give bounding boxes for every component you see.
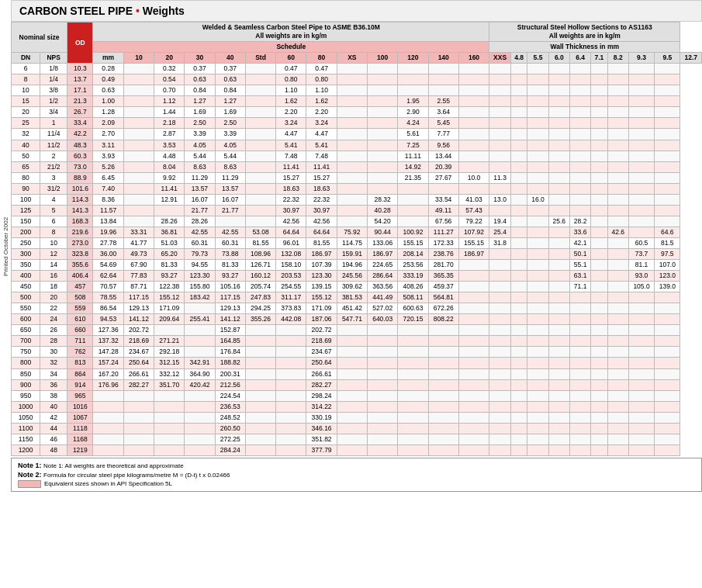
side-label: Printed October 2002 <box>0 0 11 493</box>
cell-w64 <box>548 237 569 248</box>
cell-s120 <box>368 96 398 107</box>
cell-w55 <box>511 434 527 444</box>
cell-s160: 7.77 <box>428 129 458 140</box>
cell-s160: 33.54 <box>428 194 458 205</box>
cell-s30 <box>154 390 185 401</box>
table-row: 6002461094.53141.12209.64255.41141.12355… <box>12 314 702 325</box>
cell-w127 <box>655 107 680 118</box>
cell-od: 1168 <box>67 434 93 444</box>
cell-w82 <box>591 379 607 390</box>
cell-w60 <box>527 314 548 325</box>
cell-s100: 547.71 <box>337 314 367 325</box>
cell-w64 <box>548 260 569 271</box>
cell-w127: 107.0 <box>655 260 680 271</box>
header-s120: 120 <box>398 53 428 64</box>
cell-s20 <box>123 205 154 216</box>
cell-w95 <box>628 140 654 150</box>
cell-w127 <box>655 64 680 74</box>
cell-s30 <box>154 401 185 412</box>
cell-w82 <box>591 107 607 118</box>
cell-s100 <box>337 194 367 205</box>
cell-s160: 281.70 <box>428 260 458 271</box>
cell-s40: 28.26 <box>185 216 215 227</box>
cell-s80: 11.41 <box>276 161 306 172</box>
cell-s100 <box>337 325 367 336</box>
cell-nps: 8 <box>40 227 67 237</box>
cell-dn: 1100 <box>12 423 40 434</box>
cell-s30: 1.44 <box>154 107 185 118</box>
cell-w48 <box>489 358 511 368</box>
cell-s160 <box>428 444 458 455</box>
cell-w95 <box>628 64 654 74</box>
cell-nps: 36 <box>40 379 67 390</box>
cell-s20 <box>123 172 154 183</box>
cell-xs: 266.61 <box>306 368 337 379</box>
cell-s120 <box>368 107 398 118</box>
cell-nps: 11/2 <box>40 140 67 150</box>
cell-s20: 250.64 <box>123 358 154 368</box>
cell-od: 60.3 <box>67 150 93 161</box>
cell-s120: 363.56 <box>368 282 398 292</box>
cell-w93 <box>607 64 628 74</box>
cell-w71 <box>569 85 590 96</box>
cell-s100: 309.62 <box>337 282 367 292</box>
cell-s160 <box>428 325 458 336</box>
cell-dn: 1200 <box>12 444 40 455</box>
cell-w48 <box>489 325 511 336</box>
cell-dn: 500 <box>12 292 40 303</box>
cell-s10: 13.84 <box>93 216 123 227</box>
cell-s140 <box>398 390 428 401</box>
cell-w64 <box>548 140 569 150</box>
cell-dn: 300 <box>12 248 40 259</box>
cell-w93 <box>607 368 628 379</box>
cell-std: 141.12 <box>215 314 245 325</box>
cell-nps: 48 <box>40 444 67 455</box>
cell-w93 <box>607 183 628 194</box>
table-row: 81/413.70.490.540.630.630.800.80 <box>12 74 702 85</box>
cell-s40: 0.84 <box>185 85 215 96</box>
cell-s140: 2.90 <box>398 107 428 118</box>
cell-s140 <box>398 325 428 336</box>
cell-s60: 355.26 <box>245 314 275 325</box>
cell-s100 <box>337 107 367 118</box>
cell-xs: 5.41 <box>306 140 337 150</box>
cell-w48: 19.4 <box>489 216 511 227</box>
cell-std: 164.85 <box>215 336 245 347</box>
cell-s100 <box>337 434 367 444</box>
cell-s160: 49.11 <box>428 205 458 216</box>
cell-s140 <box>398 205 428 216</box>
header-s10: 10 <box>123 53 154 64</box>
cell-s160 <box>428 423 458 434</box>
cell-w93 <box>607 282 628 292</box>
cell-s100 <box>337 216 367 227</box>
cell-w60 <box>527 444 548 455</box>
cell-w55 <box>511 205 527 216</box>
header-s140: 140 <box>428 53 458 64</box>
cell-s10 <box>93 390 123 401</box>
cell-w82 <box>591 96 607 107</box>
cell-s60 <box>245 358 275 368</box>
cell-w95 <box>628 74 654 85</box>
cell-s20 <box>123 423 154 434</box>
table-row: 85034864167.20266.61332.12364.90200.3126… <box>12 368 702 379</box>
cell-w55 <box>511 107 527 118</box>
cell-w127 <box>655 85 680 96</box>
header-xs: XS <box>337 53 367 64</box>
cell-s120 <box>368 379 398 390</box>
cell-s20 <box>123 107 154 118</box>
cell-w60 <box>527 292 548 303</box>
cell-w127 <box>655 336 680 347</box>
cell-s20 <box>123 74 154 85</box>
cell-s60 <box>245 64 275 74</box>
cell-s10: 127.36 <box>93 325 123 336</box>
cell-s10: 147.28 <box>93 347 123 358</box>
cell-xs: 250.64 <box>306 358 337 368</box>
cell-s100 <box>337 118 367 129</box>
cell-std: 117.15 <box>215 292 245 303</box>
cell-s80: 64.64 <box>276 227 306 237</box>
cell-w127: 97.5 <box>655 248 680 259</box>
cell-w64 <box>548 183 569 194</box>
cell-s120 <box>368 423 398 434</box>
cell-s80: 30.97 <box>276 205 306 216</box>
cell-w64 <box>548 227 569 237</box>
